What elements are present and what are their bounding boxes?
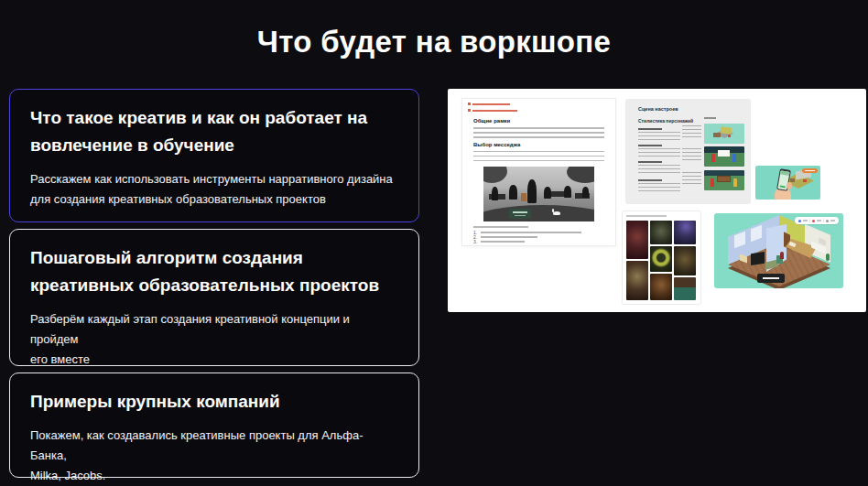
- green-plaque: [509, 209, 531, 219]
- doc-heading: Выбор месседжа: [473, 142, 520, 147]
- text-lines-placeholder: [473, 127, 604, 140]
- doc-title-placeholder: [626, 215, 667, 217]
- isometric-room-image: [714, 213, 843, 288]
- characters-scene-thumb: [704, 170, 744, 190]
- artwork-tile: [674, 246, 696, 275]
- comment-icon: [826, 220, 829, 222]
- reaction-icon: [798, 220, 801, 222]
- park-scene-image: [483, 167, 594, 221]
- card-title: Пошаговый алгоритм создания креативных о…: [30, 244, 398, 299]
- card-title: Примеры крупных компаний: [30, 388, 398, 416]
- tree-shape: [567, 167, 594, 183]
- workshop-section: { "page": { "title": "Что будет на воркш…: [0, 0, 868, 486]
- preview-collage: Общие рамки Выбор месседжа 1. 2. 3. Сц: [448, 89, 866, 312]
- art-grid-thumbnail: [623, 211, 700, 304]
- doc-heading: Общие рамки: [473, 118, 510, 124]
- person-silhouette: [544, 187, 551, 199]
- doc-subheading: Стилистика персонажей: [638, 118, 693, 124]
- brief-document-thumbnail: Общие рамки Выбор месседжа 1. 2. 3.: [462, 99, 615, 245]
- workshop-card-examples[interactable]: Примеры крупных компаний Покажем, как со…: [9, 373, 419, 478]
- workshop-card-creative[interactable]: Что такое креатив и как он работает на в…: [9, 89, 419, 222]
- example-label-placeholder: [704, 117, 716, 119]
- artwork-tile: [650, 274, 672, 300]
- text-lines-placeholder: [682, 148, 701, 161]
- text-lines-placeholder: [682, 172, 701, 185]
- phone-room-thumbnail: [755, 166, 820, 200]
- person-silhouette: [582, 187, 589, 198]
- character-shape: [780, 252, 784, 259]
- card-title: Что такое креатив и как он работает на в…: [30, 104, 398, 159]
- reactions-pill[interactable]: [795, 217, 839, 224]
- doc-heading: Сцена настроев: [638, 106, 678, 112]
- plant-shape: [826, 254, 830, 261]
- swan-shape: [553, 211, 560, 215]
- link-tag-placeholder: [468, 109, 517, 112]
- card-description: Покажем, как создавались креативные прое…: [30, 426, 398, 486]
- card-description: Расскажем как использовать инструменты н…: [30, 169, 398, 210]
- person-silhouette: [527, 179, 537, 203]
- artwork-tile: [626, 221, 648, 259]
- moodboard-document-thumbnail: Сцена настроев Стилистика персонажей: [625, 99, 751, 204]
- text-lines-placeholder: [473, 151, 604, 164]
- bookmark-icon: [468, 103, 471, 105]
- thumb-finger-shape: [787, 182, 792, 189]
- person-silhouette: [509, 185, 517, 200]
- characters-scene-thumb: [704, 146, 744, 167]
- person-silhouette: [492, 187, 498, 200]
- orange-badge: [802, 168, 818, 173]
- bookmark-icon: [468, 109, 471, 112]
- workshop-card-algorithm[interactable]: Пошаговый алгоритм создания креативных о…: [9, 229, 419, 366]
- link-tag-placeholder: [468, 103, 510, 105]
- person-silhouette: [564, 186, 571, 198]
- page-title: Что будет на воркшопе: [0, 22, 868, 62]
- tree-shape: [483, 167, 507, 183]
- isometric-scene-thumb: [704, 124, 744, 144]
- suitcase-shape: [521, 193, 526, 201]
- tv-shape: [751, 252, 765, 265]
- heart-icon: [812, 220, 815, 222]
- artwork-tile: [650, 221, 672, 244]
- room-tooltip: [757, 274, 785, 283]
- text-lines-placeholder: [473, 226, 528, 229]
- artwork-tile: [626, 261, 648, 300]
- artwork-tile: [674, 221, 696, 244]
- pond-shape: [483, 205, 594, 221]
- card-description: Разберём каждый этап создания креативной…: [30, 309, 398, 370]
- artwork-tile: [674, 277, 696, 300]
- artwork-tile: [650, 246, 672, 272]
- text-lines-placeholder: [682, 125, 701, 138]
